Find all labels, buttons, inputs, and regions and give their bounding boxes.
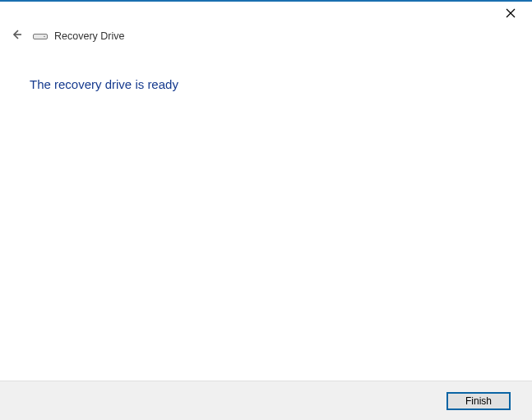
window-title: Recovery Drive	[54, 30, 124, 42]
footer: Finish	[0, 381, 532, 420]
close-icon	[506, 7, 516, 21]
back-arrow-icon	[10, 28, 23, 44]
svg-rect-3	[34, 35, 48, 39]
wizard-header: Recovery Drive	[0, 26, 532, 46]
titlebar	[0, 2, 532, 26]
back-button[interactable]	[8, 28, 25, 44]
page-heading: The recovery drive is ready	[30, 77, 502, 91]
close-button[interactable]	[501, 4, 520, 24]
drive-icon	[33, 30, 48, 42]
finish-button[interactable]: Finish	[446, 392, 511, 410]
svg-point-4	[44, 36, 45, 38]
content-area: The recovery drive is ready	[0, 46, 532, 91]
